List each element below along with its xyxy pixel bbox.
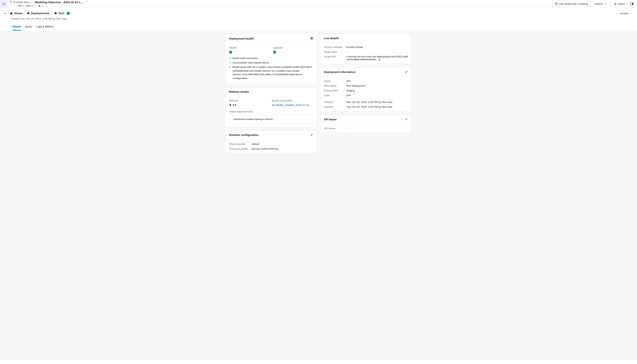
updated-value: Tue, Oct 24, 2023, 2:58 PM by Test User xyxy=(346,101,408,104)
tab-query[interactable]: Query xyxy=(25,24,32,30)
topbar-actions-dropdown[interactable]: Actions▼ xyxy=(593,1,607,7)
card-runtime-config: Runtime configuration Replica profiledef… xyxy=(226,130,317,153)
card-deployment-info: Deployment information NameTest Descript… xyxy=(320,68,411,112)
edit-api-name-button[interactable] xyxy=(405,118,408,121)
edit-runtime-button[interactable] xyxy=(310,133,313,137)
service-id-label: Service identifier xyxy=(324,46,344,48)
submission-label: Model submission xyxy=(272,99,313,102)
created-value: Tue, Oct 24, 2023, 2:58 PM by Test User xyxy=(346,106,408,108)
app-icon[interactable] xyxy=(0,0,8,8)
health-message: Model asset with rid ri.models.main.mode… xyxy=(229,65,313,80)
divider xyxy=(324,98,408,99)
updated-label: Updated xyxy=(324,101,344,104)
svg-point-1 xyxy=(3,3,4,4)
tab-details[interactable]: Details xyxy=(13,24,21,30)
card-title: Runtime configuration xyxy=(229,134,310,136)
submission-link[interactable]: Iris Model_Dataset_2023-10-24T13:43:33… xyxy=(272,104,313,106)
edit-info-button[interactable] xyxy=(405,70,408,74)
help-circle-icon xyxy=(555,2,558,5)
svg-rect-0 xyxy=(3,3,5,5)
page-actions-dropdown[interactable]: Actions▼ xyxy=(618,10,633,16)
svg-rect-15 xyxy=(378,59,380,61)
card-title: Deployment information xyxy=(324,70,405,74)
created-label: Created xyxy=(324,106,344,108)
presence-count[interactable]: 1 xyxy=(39,4,43,7)
menu-help[interactable]: Help▼ xyxy=(26,4,33,7)
replica-label: Replica profile xyxy=(229,142,249,146)
target-rid-value: ri.foundry-ml-live.main.live-deployment.… xyxy=(346,55,408,61)
page-subtitle: Created Tue, Oct 24, 2023, 2:58 PM by Te… xyxy=(2,17,633,20)
target-alias-value: - xyxy=(346,50,408,53)
panel-toggle-button[interactable] xyxy=(629,1,635,7)
card-live-details: Live details Service identifierfoundry-m… xyxy=(320,34,411,64)
get-started-button[interactable]: Get started with modeling xyxy=(552,1,591,7)
breadcrumb-bar: Example Mod… › Modeling Objective - 2023… xyxy=(8,0,552,4)
page-title: Modeling Objective - 2023-10-24 1… xyxy=(35,0,83,4)
health-message: Successfully read shared secret xyxy=(229,61,313,65)
resource-label: Resource profile xyxy=(229,147,249,150)
card-title: Live details xyxy=(324,37,408,40)
tab-logs-metrics[interactable]: Logs & Metrics xyxy=(36,24,54,30)
breadcrumb-deployments[interactable]: Deployments xyxy=(27,12,49,15)
menu-file[interactable]: File▼ xyxy=(18,4,24,7)
upgrade-label: Upgrade xyxy=(273,46,313,49)
env-value: Staging xyxy=(346,89,408,92)
chevron-right-icon: › xyxy=(52,12,52,15)
health-label: Health xyxy=(229,46,269,49)
type-value: Live xyxy=(346,94,408,97)
page-tabs: Details Query Logs & Metrics xyxy=(2,24,633,30)
health-message: Model load successful. xyxy=(229,56,313,60)
favorite-star-icon[interactable] xyxy=(85,0,88,4)
pencil-icon xyxy=(405,70,408,73)
people-icon xyxy=(614,2,617,5)
release-label: Release xyxy=(229,99,268,102)
share-button[interactable]: Share xyxy=(612,1,626,7)
check-icon xyxy=(230,51,232,53)
card-release-details: Release details Release 4.0 Model submis… xyxy=(226,88,317,127)
back-button[interactable] xyxy=(2,10,8,16)
content-area: Deployment health Health Upgrade xyxy=(0,30,637,360)
svg-point-8 xyxy=(615,3,616,4)
clipboard-icon xyxy=(378,58,380,61)
health-status-icon xyxy=(229,50,232,54)
service-id-value: foundry-ml-live xyxy=(346,46,408,48)
api-name-value: - xyxy=(346,127,408,130)
info-icon[interactable] xyxy=(310,37,313,40)
env-label: Environment xyxy=(324,89,344,92)
tag-icon xyxy=(229,104,232,106)
svg-point-7 xyxy=(615,3,615,4)
pencil-icon xyxy=(310,133,313,136)
replica-value: default xyxy=(252,142,313,146)
name-label: Name xyxy=(324,80,344,82)
card-title: Release details xyxy=(229,90,313,93)
svg-rect-12 xyxy=(311,38,312,39)
card-title: Deployment health xyxy=(229,37,310,40)
name-value: Test xyxy=(346,80,408,82)
api-name-label: API Name xyxy=(324,127,344,130)
card-title: API Name xyxy=(324,118,405,121)
status-badge-healthy xyxy=(67,12,70,15)
document-icon xyxy=(10,0,12,4)
upgrade-status-icon xyxy=(273,50,276,54)
cloud-upload-icon xyxy=(27,12,30,15)
breadcrumb-home[interactable]: Home xyxy=(10,12,22,15)
deps-value: transforms-model-training-ri.stemm… xyxy=(229,114,313,124)
app-menubar: File▼ Help▼ 1 xyxy=(8,4,552,8)
breadcrumb-parent[interactable]: Example Mod… xyxy=(14,1,32,4)
deps-label: Model dependencies xyxy=(229,110,313,113)
left-column: Deployment health Health Upgrade xyxy=(226,34,317,153)
type-label: Type xyxy=(324,94,344,97)
breadcrumb-current: Test xyxy=(54,12,64,15)
deployment-icon xyxy=(54,12,57,15)
copy-rid-button[interactable] xyxy=(378,58,380,61)
desc-label: Description xyxy=(324,84,344,87)
image-icon xyxy=(2,2,6,6)
resource-value: low-cpu-lowest-memory xyxy=(252,147,313,150)
card-deployment-health: Deployment health Health Upgrade xyxy=(226,34,317,84)
pencil-icon xyxy=(405,118,408,120)
chevron-right-icon: › xyxy=(33,1,34,4)
panel-right-icon xyxy=(630,2,633,6)
svg-point-13 xyxy=(311,38,312,38)
right-column: Live details Service identifierfoundry-m… xyxy=(320,34,411,153)
svg-rect-10 xyxy=(632,3,633,5)
